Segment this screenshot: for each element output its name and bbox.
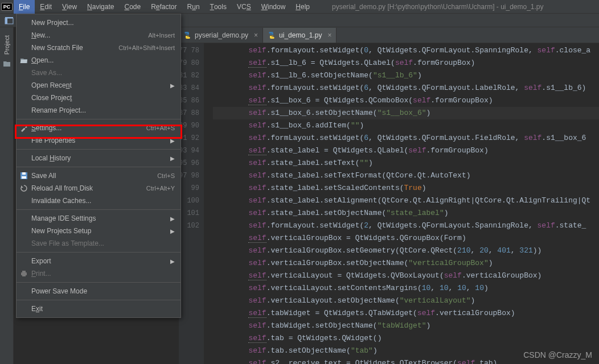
shortcut-label: Ctrl+S — [157, 172, 175, 179]
menu-item-reload-all-from-disk[interactable]: Reload All from DiskCtrl+Alt+Y — [17, 182, 180, 195]
code-line: self.state_label.setText("") — [213, 157, 599, 169]
menu-item-label: Open Recent — [31, 81, 72, 89]
menu-edit[interactable]: Edit — [35, 0, 57, 14]
menu-item-label: Save As... — [31, 69, 62, 77]
code-line: self.formLayout.setWidget(2, QtWidgets.Q… — [213, 220, 599, 232]
menu-item-export[interactable]: Export▶ — [17, 255, 180, 267]
menubar: PC FileEditViewNavigateCodeRefactorRunTo… — [0, 0, 599, 14]
menu-item-label: Open... — [31, 56, 54, 64]
code-line: self.s1__box_6.addItem("") — [213, 119, 599, 132]
menu-item-manage-ide-settings[interactable]: Manage IDE Settings▶ — [17, 212, 180, 225]
code-line: self.formLayout.setWidget(6, QtWidgets.Q… — [213, 132, 599, 144]
toolbar-icon[interactable] — [3, 15, 15, 26]
menu-item-label: Reload All from Disk — [31, 184, 93, 192]
code-line: self.verticalGroupBox.setGeometry(QtCore… — [213, 245, 599, 257]
code-line: self.s1__box_6.setObjectName("s1__box_6"… — [213, 107, 599, 119]
tab-label: ui_demo_1.py — [279, 31, 322, 39]
menu-item-exit[interactable]: Exit — [17, 303, 180, 315]
menu-item-label: Save All — [31, 172, 56, 180]
menu-item-close-project[interactable]: Close Project — [17, 92, 180, 104]
code-line: self.formLayout.setWidget(0, QtWidgets.Q… — [213, 44, 599, 57]
menu-item-save-all[interactable]: Save AllCtrl+S — [17, 169, 180, 182]
code-line: self.tabWidget.setObjectName("tabWidget"… — [213, 320, 599, 332]
menu-separator — [17, 119, 180, 119]
python-icon — [183, 31, 191, 39]
menu-run[interactable]: Run — [182, 0, 205, 14]
code-line: self.formLayout.setWidget(6, QtWidgets.Q… — [213, 82, 599, 94]
chevron-right-icon: ▶ — [170, 216, 175, 222]
menu-item-local-history[interactable]: Local History▶ — [17, 152, 180, 164]
menu-item-power-save-mode[interactable]: Power Save Mode — [17, 285, 180, 297]
menu-item-label: Local History — [31, 154, 71, 162]
menu-item-new-projects-setup[interactable]: New Projects Setup▶ — [17, 225, 180, 237]
menu-separator — [17, 167, 180, 167]
menu-item-label: Power Save Mode — [31, 287, 87, 295]
menu-separator — [17, 300, 180, 300]
chevron-right-icon: ▶ — [170, 258, 175, 264]
menu-item-label: New Scratch File — [31, 44, 83, 52]
menu-code[interactable]: Code — [119, 0, 146, 14]
menu-item-save-file-as-template-: Save File as Template... — [17, 237, 180, 250]
menu-item-save-as-: Save As... — [17, 67, 180, 79]
menu-item-new-project-[interactable]: New Project... — [17, 16, 180, 29]
shortcut-label: Ctrl+Alt+Y — [146, 185, 175, 192]
code-line: self.tab = QtWidgets.QWidget() — [213, 332, 599, 345]
code-line: self.state_label.setTextFormat(QtCore.Qt… — [213, 169, 599, 182]
save-icon — [20, 172, 28, 180]
code-content[interactable]: self.formLayout.setWidget(0, QtWidgets.Q… — [204, 43, 599, 364]
shortcut-label: Ctrl+Alt+Shift+Insert — [118, 44, 175, 51]
svg-rect-13 — [22, 172, 26, 175]
menu-item-label: Exit — [31, 305, 43, 313]
code-line: self.verticalGroupBox = QtWidgets.QGroup… — [213, 232, 599, 245]
code-line: self.verticalGroupBox.setObjectName("ver… — [213, 257, 599, 270]
chevron-right-icon: ▶ — [170, 155, 175, 162]
menu-separator — [17, 149, 180, 150]
menu-window[interactable]: Window — [256, 0, 291, 14]
code-line: self.state_label.setScaledContents(True) — [213, 182, 599, 195]
menu-view[interactable]: View — [57, 0, 82, 14]
menu-item-open-recent[interactable]: Open Recent▶ — [17, 79, 180, 92]
menu-vcs[interactable]: VCS — [232, 0, 256, 14]
menu-item-open-[interactable]: Open... — [17, 54, 180, 67]
menu-help[interactable]: Help — [290, 0, 315, 14]
menu-item-label: Close Project — [31, 94, 72, 102]
editor-tab[interactable]: pyserial_demo.py× — [179, 28, 263, 43]
svg-rect-2 — [5, 17, 13, 18]
close-icon[interactable]: × — [327, 31, 331, 39]
menu-item-label: File Properties — [31, 136, 75, 144]
code-line: self.verticalLayout.setObjectName("verti… — [213, 295, 599, 307]
code-line: self.s1__lb_6.setObjectName("s1__lb_6") — [213, 69, 599, 82]
menu-refactor[interactable]: Refactor — [146, 0, 182, 14]
menu-item-new-scratch-file[interactable]: New Scratch FileCtrl+Alt+Shift+Insert — [17, 42, 180, 54]
menu-navigate[interactable]: Navigate — [82, 0, 119, 14]
menu-item-settings-[interactable]: Settings...Ctrl+Alt+S — [17, 122, 180, 134]
menu-item-invalidate-caches-[interactable]: Invalidate Caches... — [17, 195, 180, 207]
menu-item-new-[interactable]: New...Alt+Insert — [17, 29, 180, 42]
folder-icon — [3, 60, 11, 67]
menu-file[interactable]: File — [14, 0, 35, 14]
code-line: self.verticalLayout = QtWidgets.QVBoxLay… — [213, 270, 599, 282]
ide-logo-icon: PC — [0, 0, 14, 14]
menu-item-label: Export — [31, 257, 51, 265]
chevron-right-icon: ▶ — [170, 138, 175, 144]
menu-item-label: New Projects Setup — [31, 227, 91, 235]
menu-item-label: New... — [31, 31, 50, 39]
code-area: 77 78 79 80 81 82 83 84 85 86 87 88 89 9… — [179, 43, 599, 364]
editor-tab[interactable]: ui_demo_1.py× — [263, 28, 337, 43]
menu-tools[interactable]: Tools — [205, 0, 232, 14]
code-line: self.tabWidget = QtWidgets.QTabWidget(se… — [213, 307, 599, 320]
close-icon[interactable]: × — [254, 31, 258, 39]
menu-item-file-properties[interactable]: File Properties▶ — [17, 134, 180, 147]
shortcut-label: Ctrl+Alt+S — [146, 125, 175, 131]
wrench-icon — [20, 124, 28, 132]
svg-rect-12 — [22, 176, 26, 179]
menu-item-print-: Print... — [17, 267, 180, 280]
code-line: self.state_label = QtWidgets.QLabel(self… — [213, 144, 599, 157]
code-line: self.s1__lb_6 = QtWidgets.QLabel(self.fo… — [213, 57, 599, 69]
menu-separator — [17, 252, 180, 253]
menu-item-rename-project-[interactable]: Rename Project... — [17, 104, 180, 117]
editor-tabs: pyserial_demo.py×ui_demo_1.py× — [179, 27, 599, 43]
chevron-right-icon: ▶ — [170, 82, 175, 89]
project-tool-button[interactable]: Project — [3, 32, 10, 58]
window-title: pyserial_demo.py [H:\python\python\Uchar… — [332, 3, 544, 11]
